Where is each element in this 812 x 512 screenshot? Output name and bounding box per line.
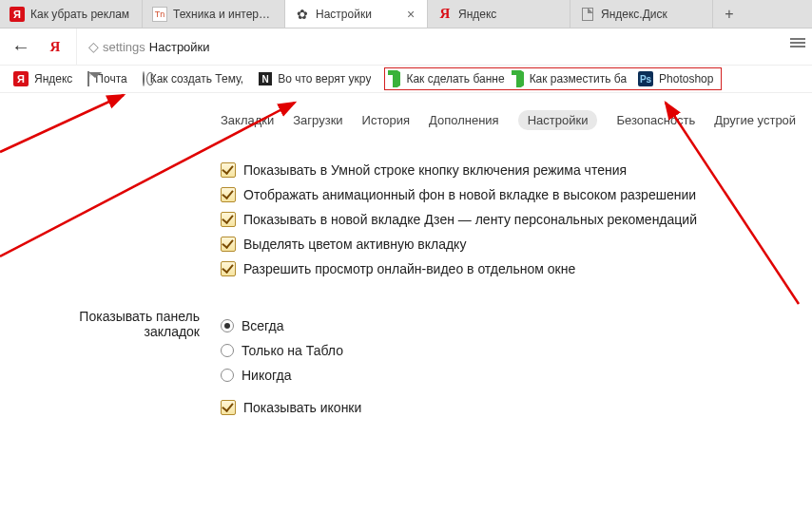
checkbox-label: Показывать иконки — [243, 400, 361, 415]
subnav-item[interactable]: Другие устрой — [714, 113, 796, 127]
radio-option[interactable]: Всегда — [221, 318, 361, 333]
checkbox-label: Отображать анимационный фон в новой вкла… — [243, 187, 696, 202]
subnav-item[interactable]: Загрузки — [293, 113, 342, 127]
checkbox-label: Разрешить просмотр онлайн-видео в отдель… — [243, 261, 575, 276]
setting-checkbox-row[interactable]: Выделять цветом активную вкладку — [221, 237, 812, 252]
checkbox-icon[interactable] — [221, 261, 236, 276]
radio-icon[interactable] — [221, 369, 234, 382]
tab-4[interactable]: Яндекс.Диск — [570, 0, 713, 28]
radio-label: Никогда — [242, 368, 291, 383]
tab-strip: Я Как убрать реклам Tn Техника и интерне… — [0, 0, 812, 28]
tab-label: Как убрать реклам — [30, 8, 132, 21]
bookmark-label: Photoshop — [659, 72, 713, 85]
section-label: Показывать панель закладок — [21, 309, 221, 425]
bookmark-label: Как разместить ба — [530, 72, 627, 85]
bookmark-label: Во что верят укру — [278, 72, 371, 85]
checkbox-label: Выделять цветом активную вкладку — [243, 237, 466, 252]
chip-icon: ◇ — [88, 39, 99, 54]
checkbox-icon[interactable] — [221, 400, 236, 415]
subnav-item[interactable]: Закладки — [221, 113, 274, 127]
setting-checkbox-row[interactable]: Отображать анимационный фон в новой вкла… — [221, 187, 812, 202]
tab-2[interactable]: ✿ Настройки × — [285, 0, 428, 28]
setting-checkbox-row[interactable]: Показывать в Умной строке кнопку включен… — [221, 162, 812, 178]
settings-content: Показывать в Умной строке кнопку включен… — [0, 138, 812, 425]
n-icon: N — [259, 72, 272, 85]
setting-checkbox-row[interactable]: Разрешить просмотр онлайн-видео в отдель… — [221, 261, 812, 276]
radio-label: Только на Табло — [242, 343, 343, 358]
bookmark-item[interactable]: Я Яндекс — [8, 69, 78, 88]
bookmark-label: Яндекс — [34, 72, 72, 85]
mail-icon — [87, 72, 89, 85]
new-tab-button[interactable]: + — [713, 0, 745, 28]
tab-label: Яндекс — [458, 8, 560, 21]
checkbox-icon[interactable] — [221, 212, 236, 227]
bookmark-highlight-box: Как сделать банне Как разместить ба Ps P… — [384, 67, 722, 90]
tab-label: Настройки — [316, 8, 398, 21]
bookmark-item[interactable]: Как создать Тему, — [137, 70, 250, 87]
site-icon: Tn — [152, 7, 167, 22]
checkbox-icon[interactable] — [221, 237, 236, 252]
tab-label: Яндекс.Диск — [601, 8, 703, 21]
address-key: settings — [103, 40, 145, 54]
subnav-item-active[interactable]: Настройки — [518, 110, 598, 130]
address-title: Настройки — [149, 40, 210, 54]
radio-option[interactable]: Только на Табло — [221, 343, 361, 358]
bookmark-item[interactable]: Как разместить ба — [511, 70, 632, 87]
subnav-item[interactable]: Безопасность — [616, 113, 695, 127]
radio-option[interactable]: Никогда — [221, 368, 361, 383]
gear-icon: ✿ — [295, 7, 310, 22]
radio-icon[interactable] — [221, 344, 234, 357]
checkbox-icon[interactable] — [221, 162, 236, 178]
yandex-icon: Я — [13, 71, 29, 86]
yandex-logo-icon[interactable]: Я — [42, 39, 68, 55]
tab-label: Техника и интернет — [173, 8, 275, 21]
setting-checkbox-row[interactable]: Показывать в новой вкладке Дзен — ленту … — [221, 212, 812, 227]
radio-label: Всегда — [242, 318, 284, 333]
bookmark-label: Как сделать банне — [406, 72, 504, 85]
checkbox-icon[interactable] — [221, 187, 236, 202]
tab-0[interactable]: Я Как убрать реклам — [0, 0, 143, 28]
back-button[interactable]: ← — [8, 36, 34, 58]
address-bar[interactable]: ◇ settings Настройки — [76, 28, 804, 65]
subnav-item[interactable]: История — [362, 113, 410, 127]
toolbar: ← Я ◇ settings Настройки — [0, 28, 812, 65]
file-icon — [580, 7, 595, 22]
bookmark-item[interactable]: Почта — [82, 70, 132, 87]
bookmark-label: Как создать Тему, — [150, 72, 244, 85]
close-icon[interactable]: × — [404, 7, 417, 22]
radio-icon[interactable] — [221, 319, 234, 332]
hamburger-icon[interactable] — [789, 34, 806, 51]
photoshop-icon: Ps — [638, 71, 653, 86]
yandex-icon: Я — [437, 7, 453, 22]
yandex-icon: Я — [10, 7, 25, 22]
arrow-right-icon — [516, 72, 524, 85]
tab-1[interactable]: Tn Техника и интернет — [143, 0, 285, 28]
bookmarks-bar: Я Яндекс Почта Как создать Тему, N Во чт… — [0, 65, 812, 93]
settings-subnav: Закладки Загрузки История Дополнения Нас… — [221, 93, 812, 138]
subnav-item[interactable]: Дополнения — [429, 113, 499, 127]
bookmark-item[interactable]: Ps Photoshop — [632, 69, 719, 88]
globe-icon — [143, 72, 145, 85]
checkbox-label: Показывать в Умной строке кнопку включен… — [243, 162, 627, 178]
checkbox-label: Показывать в новой вкладке Дзен — ленту … — [243, 212, 697, 227]
tab-3[interactable]: Я Яндекс — [428, 0, 570, 28]
bookmark-item[interactable]: N Во что верят укру — [253, 70, 377, 87]
bookmark-item[interactable]: Как сделать банне — [387, 70, 510, 87]
radio-group: Всегда Только на Табло Никогда Показыват… — [221, 309, 361, 425]
arrow-right-icon — [393, 72, 400, 85]
setting-checkbox-row[interactable]: Показывать иконки — [221, 400, 361, 415]
